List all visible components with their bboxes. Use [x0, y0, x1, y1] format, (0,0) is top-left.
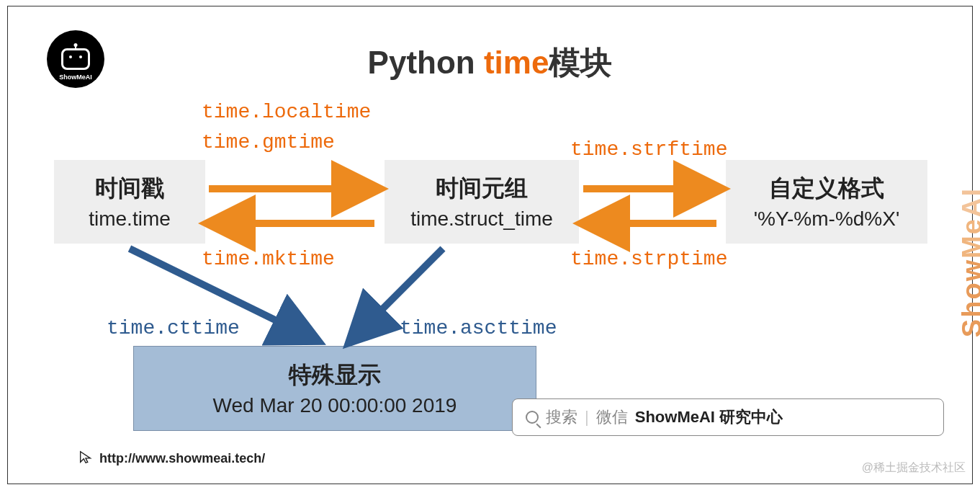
- node-timestamp: 时间戳 time.time: [54, 160, 205, 244]
- node-special-head: 特殊显示: [141, 360, 529, 391]
- node-special-display: 特殊显示 Wed Mar 20 00:00:00 2019: [133, 346, 536, 431]
- node-format-head: 自定义格式: [733, 173, 920, 205]
- node-format-sub: '%Y-%m-%d%X': [733, 208, 920, 231]
- search-brand: ShowMeAI 研究中心: [635, 406, 783, 428]
- node-timestamp-head: 时间戳: [61, 173, 198, 205]
- search-callout: 搜索 | 微信 ShowMeAI 研究中心: [512, 398, 944, 436]
- node-custom-format: 自定义格式 '%Y-%m-%d%X': [726, 160, 927, 244]
- footer-url-text: http://www.showmeai.tech/: [99, 451, 265, 466]
- title-prefix: Python: [368, 45, 484, 80]
- node-timestamp-sub: time.time: [61, 208, 198, 231]
- edge-label-gmtime: time.gmtime: [202, 131, 335, 153]
- node-struct-sub: time.struct_time: [392, 208, 572, 231]
- edge-label-ascttime: time.ascttime: [400, 317, 557, 339]
- search-icon: [526, 411, 539, 424]
- node-struct-time: 时间元组 time.struct_time: [385, 160, 579, 244]
- edge-label-strftime: time.strftime: [570, 138, 727, 161]
- edge-label-cttime: time.cttime: [107, 317, 240, 339]
- footer-url: http://www.showmeai.tech/: [78, 449, 265, 468]
- edge-label-mktime: time.mktime: [202, 248, 335, 270]
- wechat-label: 微信: [596, 406, 628, 428]
- node-struct-head: 时间元组: [392, 173, 572, 205]
- separator-icon: |: [585, 408, 589, 427]
- side-brand-watermark: ShowMeAI: [957, 187, 980, 337]
- cursor-icon: [78, 449, 94, 468]
- search-label: 搜索: [546, 406, 577, 428]
- edge-label-strptime: time.strptime: [570, 248, 727, 270]
- node-special-sub: Wed Mar 20 00:00:00 2019: [141, 394, 529, 417]
- slide-title: Python time模块: [0, 42, 980, 84]
- edge-label-localtime: time.localtime: [202, 101, 371, 123]
- title-accent: time: [484, 45, 549, 80]
- title-suffix: 模块: [549, 45, 612, 80]
- source-watermark: @稀土掘金技术社区: [862, 460, 966, 476]
